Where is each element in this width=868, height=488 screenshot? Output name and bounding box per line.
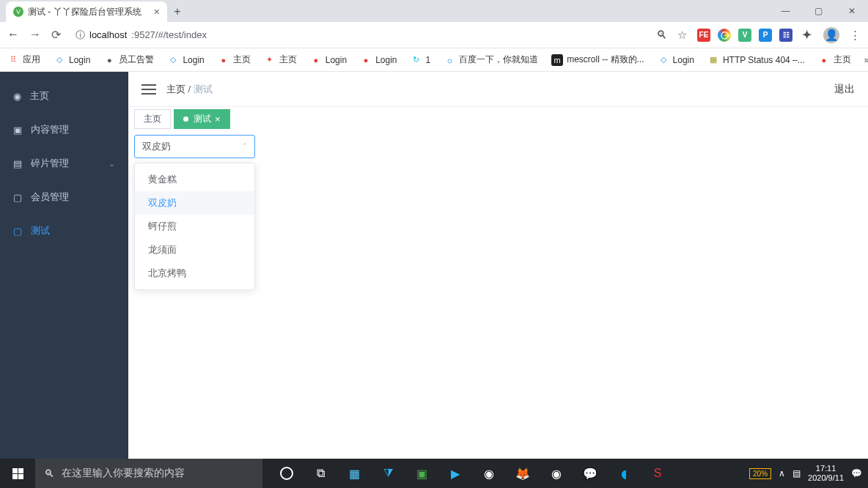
reload-button[interactable]: ⟳ bbox=[51, 28, 61, 42]
tray-notification-icon[interactable]: ▤ bbox=[792, 468, 801, 478]
search-icon[interactable]: 🔍︎ bbox=[656, 29, 667, 41]
select-option[interactable]: 双皮奶 bbox=[135, 191, 254, 215]
wechat-icon[interactable]: 💬 bbox=[573, 459, 607, 488]
bookmark-favicon-icon: ● bbox=[310, 54, 322, 66]
bookmark-overflow-icon[interactable]: » bbox=[864, 55, 868, 65]
content-area: 主页 / 测试 退出 主页测试× 双皮奶 ˄ 黄金糕双皮奶蚵仔煎龙须面北京烤鸭 bbox=[128, 72, 868, 459]
action-center-icon[interactable]: 💬 bbox=[851, 468, 862, 478]
tab-title: 测试 - 丫丫探险后台管理系统 bbox=[28, 6, 141, 18]
forward-button[interactable]: → bbox=[29, 28, 41, 42]
bookmark-item[interactable]: ◇Login bbox=[167, 54, 204, 66]
bookmark-item[interactable]: ✦主页 bbox=[264, 53, 297, 66]
bookmark-label: 主页 bbox=[279, 53, 297, 66]
search-placeholder: 在这里输入你要搜索的内容 bbox=[62, 467, 185, 480]
bookmark-item[interactable]: ⠿应用 bbox=[7, 53, 40, 66]
sidebar-item-会员管理[interactable]: ▢会员管理 bbox=[0, 180, 128, 214]
browser-tab[interactable]: V 测试 - 丫丫探险后台管理系统 × bbox=[6, 1, 167, 22]
bookmark-item[interactable]: ●主页 bbox=[218, 53, 251, 66]
close-icon[interactable]: × bbox=[215, 114, 221, 125]
new-tab-button[interactable]: + bbox=[167, 1, 188, 22]
bookmark-favicon-icon: ● bbox=[103, 54, 115, 66]
extension-icon[interactable]: P bbox=[759, 29, 772, 42]
page-tab-label: 测试 bbox=[194, 113, 211, 125]
sidebar-item-内容管理[interactable]: ▣内容管理 bbox=[0, 113, 128, 147]
bookmark-label: Login bbox=[69, 55, 90, 65]
sidebar-item-主页[interactable]: ◉主页 bbox=[0, 79, 128, 113]
url-path: :9527/#/test/index bbox=[131, 29, 207, 40]
extension-icon[interactable]: ✦ bbox=[800, 29, 813, 42]
page-tab[interactable]: 主页 bbox=[134, 109, 171, 129]
bookmark-label: Login bbox=[326, 55, 347, 65]
select-input[interactable]: 双皮奶 ˄ bbox=[134, 135, 255, 158]
select-option[interactable]: 龙须面 bbox=[135, 238, 254, 262]
app-icon[interactable]: S bbox=[641, 459, 674, 488]
taskview-icon[interactable]: ⧉ bbox=[304, 459, 337, 488]
bookmark-item[interactable]: mmescroll -- 精致的... bbox=[551, 53, 644, 66]
sidebar-item-测试[interactable]: ▢测试 bbox=[0, 214, 128, 248]
page-tab[interactable]: 测试× bbox=[174, 109, 230, 129]
app-icon[interactable]: ▣ bbox=[405, 459, 438, 488]
select-option[interactable]: 黄金糕 bbox=[135, 168, 254, 191]
app-icon[interactable]: ◖ bbox=[607, 459, 641, 488]
windows-taskbar: 🔍︎ 在这里输入你要搜索的内容 ⧉ ▦ ⧩ ▣ ▶ ◉ 🦊 ◉ 💬 ◖ S 20… bbox=[0, 459, 868, 488]
select-option[interactable]: 蚵仔煎 bbox=[135, 215, 254, 238]
chevron-down-icon: ⌄ bbox=[108, 159, 115, 169]
tray-chevron-icon[interactable]: ∧ bbox=[779, 468, 785, 478]
select-option[interactable]: 北京烤鸭 bbox=[135, 262, 254, 285]
app-icon[interactable]: ▶ bbox=[438, 459, 472, 488]
windows-logo-icon bbox=[12, 468, 23, 479]
bookmark-item[interactable]: ●Login bbox=[360, 54, 397, 66]
taskbar-clock[interactable]: 17:11 2020/9/11 bbox=[808, 464, 844, 483]
vscode-icon[interactable]: ⧩ bbox=[371, 459, 405, 488]
chrome-menu-icon[interactable]: ⋮ bbox=[850, 29, 861, 42]
bookmark-item[interactable]: ◇Login bbox=[658, 54, 694, 66]
breadcrumb: 主页 / 测试 bbox=[166, 83, 213, 96]
bookmark-item[interactable]: ◇Login bbox=[54, 54, 90, 66]
search-icon: 🔍︎ bbox=[44, 467, 54, 479]
bookmark-item[interactable]: ☼百度一下，你就知道 bbox=[444, 53, 538, 66]
cortana-icon[interactable] bbox=[270, 459, 304, 488]
bookmark-favicon-icon: m bbox=[551, 54, 563, 66]
bookmark-star-icon[interactable]: ☆ bbox=[677, 29, 687, 42]
system-tray: 20% ∧ ▤ 17:11 2020/9/11 💬 bbox=[749, 464, 868, 483]
window-close-button[interactable]: ✕ bbox=[835, 0, 868, 22]
sidebar-item-label: 会员管理 bbox=[31, 191, 69, 204]
extension-icon[interactable]: V bbox=[738, 29, 751, 42]
bookmark-item[interactable]: ●主页 bbox=[818, 53, 851, 66]
url-field[interactable]: ⓘ localhost:9527/#/test/index bbox=[71, 29, 646, 42]
page-tabs: 主页测试× bbox=[128, 107, 868, 129]
extension-icon[interactable]: ◯ bbox=[718, 29, 731, 42]
breadcrumb-current: 测试 bbox=[194, 84, 213, 95]
bookmark-item[interactable]: ↻1 bbox=[411, 54, 431, 66]
hamburger-icon[interactable] bbox=[141, 84, 156, 95]
chrome-icon[interactable]: ◉ bbox=[472, 459, 506, 488]
sidebar-item-碎片管理[interactable]: ▤碎片管理⌄ bbox=[0, 147, 128, 180]
window-maximize-button[interactable]: ▢ bbox=[802, 0, 835, 22]
site-info-icon[interactable]: ⓘ bbox=[76, 29, 85, 42]
app-icon[interactable]: ▦ bbox=[337, 459, 371, 488]
profile-avatar-icon[interactable]: 👤 bbox=[823, 27, 839, 43]
bookmark-item[interactable]: ●员工告警 bbox=[103, 53, 154, 66]
bookmark-label: 1 bbox=[426, 55, 431, 65]
bookmark-label: Login bbox=[673, 55, 694, 65]
tab-close-icon[interactable]: × bbox=[154, 6, 160, 18]
bookmark-item[interactable]: ▦HTTP Status 404 –... bbox=[707, 54, 805, 66]
window-controls: — ▢ ✕ bbox=[769, 0, 868, 22]
bookmark-item[interactable]: ●Login bbox=[310, 54, 347, 66]
back-button[interactable]: ← bbox=[7, 28, 19, 42]
start-button[interactable] bbox=[0, 459, 35, 488]
taskbar-search[interactable]: 🔍︎ 在这里输入你要搜索的内容 bbox=[35, 459, 262, 488]
extension-icon[interactable]: FE bbox=[697, 29, 710, 42]
window-minimize-button[interactable]: — bbox=[769, 0, 802, 22]
select-dropdown: 黄金糕双皮奶蚵仔煎龙须面北京烤鸭 bbox=[134, 163, 255, 290]
chrome-icon[interactable]: ◉ bbox=[540, 459, 573, 488]
extension-icon[interactable]: ☷ bbox=[779, 29, 792, 42]
dashboard-icon: ◉ bbox=[13, 91, 21, 102]
breadcrumb-home[interactable]: 主页 bbox=[166, 84, 185, 95]
battery-indicator[interactable]: 20% bbox=[749, 468, 771, 479]
logout-link[interactable]: 退出 bbox=[834, 83, 855, 96]
bookmark-favicon-icon: ☼ bbox=[444, 54, 455, 66]
firefox-icon[interactable]: 🦊 bbox=[506, 459, 540, 488]
content-header: 主页 / 测试 退出 bbox=[128, 72, 868, 107]
box-icon: ▢ bbox=[13, 192, 22, 203]
